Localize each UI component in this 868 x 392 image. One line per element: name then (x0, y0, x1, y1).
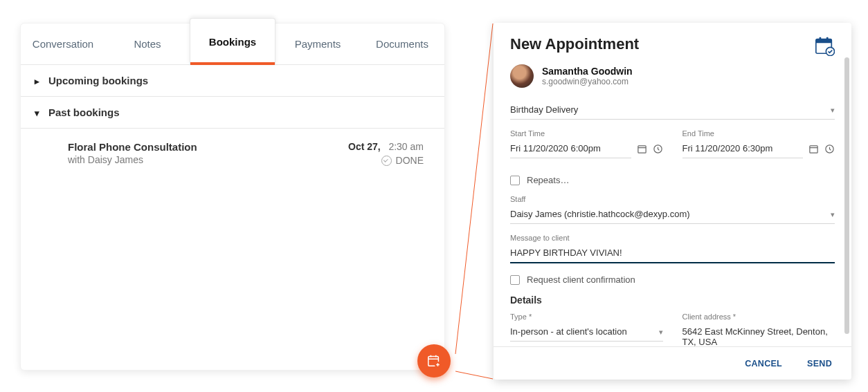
staff-value: Daisy James (christie.hathcock@dexyp.com… (510, 209, 690, 219)
type-select[interactable]: Type * In-person - at client's location (510, 312, 663, 346)
field-label: Start Time (510, 129, 663, 138)
chevron-down-icon (831, 209, 835, 219)
calendar-icon[interactable] (637, 144, 647, 154)
send-button[interactable]: SEND (807, 359, 832, 368)
cancel-button[interactable]: CANCEL (745, 359, 782, 368)
field-label: Staff (510, 195, 835, 203)
address-value: 5642 East McKinney Street, Denton, TX, U… (682, 322, 835, 346)
chevron-down-icon (35, 106, 42, 118)
chevron-right-icon (35, 75, 42, 86)
message-value: HAPPY BIRTHDAY VIVIAN! (510, 243, 835, 263)
section-label: Past bookings (48, 106, 120, 118)
tab-conversation[interactable]: Conversation (21, 24, 105, 64)
svg-line-7 (455, 24, 493, 354)
svg-line-8 (455, 371, 493, 379)
booking-datetime: Oct 27, 2:30 am (348, 141, 424, 152)
staff-select[interactable]: Staff Daisy James (christie.hathcock@dex… (510, 195, 835, 224)
booking-row[interactable]: Floral Phone Consultation with Daisy Jam… (21, 129, 444, 178)
field-label: Message to client (510, 234, 835, 242)
address-field[interactable]: Client address * 5642 East McKinney Stre… (682, 312, 835, 346)
svg-rect-14 (638, 145, 645, 152)
scrollbar[interactable] (844, 57, 849, 334)
field-label: Type * (510, 312, 663, 321)
svg-rect-12 (826, 37, 829, 41)
calendar-check-icon (814, 35, 835, 56)
chevron-down-icon (831, 104, 835, 115)
check-circle-icon (381, 156, 392, 166)
booking-info: Floral Phone Consultation with Daisy Jam… (68, 141, 197, 165)
repeats-checkbox[interactable]: Repeats… (510, 175, 835, 185)
booking-title: Floral Phone Consultation (68, 141, 197, 153)
tab-documents[interactable]: Documents (360, 24, 444, 64)
client-email: s.goodwin@yahoo.com (542, 77, 633, 86)
details-heading: Details (510, 295, 835, 306)
calendar-icon[interactable] (808, 144, 819, 154)
client-name: Samantha Goodwin (542, 66, 633, 77)
field-label: Client address * (682, 312, 835, 321)
end-time-value: Fri 11/20/2020 6:30pm (682, 139, 804, 158)
start-time-value: Fri 11/20/2020 6:00pm (510, 139, 631, 158)
clock-icon[interactable] (824, 144, 835, 154)
svg-rect-11 (820, 37, 822, 41)
end-time-field[interactable]: End Time Fri 11/20/2020 6:30pm (682, 129, 835, 158)
panel-footer: CANCEL SEND (494, 346, 851, 380)
section-upcoming-bookings[interactable]: Upcoming bookings (21, 65, 444, 97)
type-value: In-person - at client's location (510, 326, 627, 337)
section-past-bookings[interactable]: Past bookings (21, 97, 444, 129)
new-appointment-button[interactable] (417, 344, 451, 377)
service-value: Birthday Delivery (510, 104, 578, 115)
panel-title: New Appointment (510, 35, 639, 53)
connector-lines (437, 23, 494, 380)
tab-bookings[interactable]: Bookings (190, 18, 275, 65)
chevron-down-icon (659, 326, 663, 337)
section-label: Upcoming bookings (48, 75, 148, 86)
clock-icon[interactable] (653, 144, 663, 154)
service-select[interactable]: Birthday Delivery (510, 100, 835, 120)
new-appointment-panel: New Appointment Samantha Goodwin s.goodw… (494, 23, 851, 380)
tab-payments[interactable]: Payments (275, 24, 360, 64)
tab-bar: Conversation Notes Bookings Payments Doc… (21, 24, 444, 65)
checkbox-icon (510, 176, 520, 185)
booking-status: DONE (348, 155, 424, 166)
start-time-field[interactable]: Start Time Fri 11/20/2020 6:00pm (510, 129, 663, 158)
booking-subtitle: with Daisy James (68, 154, 197, 165)
svg-rect-10 (816, 39, 832, 44)
avatar (510, 64, 534, 88)
message-field[interactable]: Message to client HAPPY BIRTHDAY VIVIAN! (510, 234, 835, 263)
checkbox-icon (510, 275, 520, 285)
client-block: Samantha Goodwin s.goodwin@yahoo.com (510, 64, 835, 88)
svg-rect-17 (810, 145, 817, 152)
confirm-checkbox[interactable]: Request client confirmation (510, 274, 835, 285)
field-label: End Time (682, 129, 835, 138)
tab-notes[interactable]: Notes (105, 24, 190, 64)
booking-meta: Oct 27, 2:30 am DONE (348, 141, 424, 166)
calendar-add-icon (426, 353, 442, 368)
bookings-panel: Conversation Notes Bookings Payments Doc… (20, 23, 445, 371)
